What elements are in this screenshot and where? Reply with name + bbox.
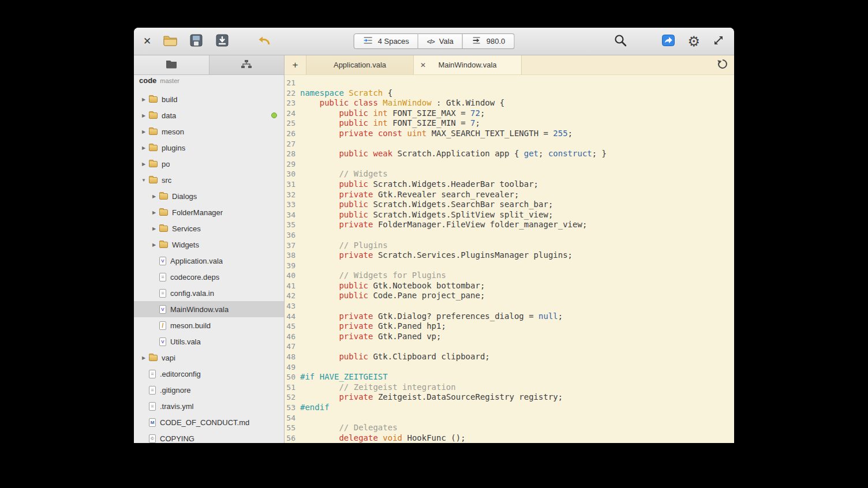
tree-item-label: Dialogs — [172, 192, 197, 201]
tree-item-label: build — [162, 95, 177, 104]
line-number: 21 — [285, 78, 300, 88]
tree-item-vapi[interactable]: ▶vapi — [134, 350, 284, 366]
expand-arrow[interactable]: ▶ — [140, 355, 148, 361]
tree-item-.travis.yml[interactable]: ≡.travis.yml — [134, 398, 284, 414]
code-text: public int FONT_SIZE_MAX = 72; — [300, 108, 485, 119]
close-button[interactable]: ✕ — [143, 36, 151, 46]
code-line: 38 private Scratch.Services.PluginsManag… — [285, 250, 734, 261]
line-number: 39 — [285, 261, 300, 271]
line-number: 55 — [285, 423, 300, 433]
code-line: 31 public Scratch.Widgets.HeaderBar tool… — [285, 179, 734, 190]
tree-item-FolderManager[interactable]: ▶FolderManager — [134, 204, 284, 220]
sidebar-tab-outline[interactable] — [209, 55, 285, 74]
tab-label: Application.vala — [334, 61, 386, 69]
expand-arrow[interactable]: ▶ — [140, 113, 148, 118]
code-text: private Scratch.Services.PluginsManager … — [300, 250, 573, 261]
tree-item-CODE_OF_CONDUCT.md[interactable]: MCODE_OF_CONDUCT.md — [134, 414, 284, 430]
folder-icon — [159, 226, 168, 232]
tree-item-Dialogs[interactable]: ▶Dialogs — [134, 188, 284, 204]
tree-item-plugins[interactable]: ▶plugins — [134, 140, 284, 156]
expand-arrow[interactable]: ▶ — [140, 162, 148, 167]
tree-item-meson[interactable]: ▶meson — [134, 123, 284, 140]
tree-item-label: FolderManager — [172, 208, 223, 217]
code-text: private Gtk.Paned vp; — [300, 332, 441, 342]
expand-arrow[interactable]: ▶ — [150, 210, 158, 215]
line-number: 32 — [285, 190, 300, 200]
tree-item-Application.vala[interactable]: VApplication.vala — [134, 253, 284, 269]
open-folder-button[interactable] — [163, 35, 177, 48]
expand-icon — [712, 34, 725, 49]
tree-item-Services[interactable]: ▶Services — [134, 220, 284, 237]
fullscreen-button[interactable] — [712, 34, 725, 49]
tree-item-data[interactable]: ▶data — [134, 107, 284, 123]
tree-item-label: src — [162, 176, 171, 185]
code-text: public Scratch.Widgets.HeaderBar toolbar… — [300, 179, 538, 190]
tree-item-MainWindow.vala[interactable]: VMainWindow.vala — [134, 301, 284, 317]
tree-item-src[interactable]: ▼src — [134, 172, 284, 188]
tab-label: MainWindow.vala — [438, 61, 496, 69]
toolbar-center: 4 Spaces </> Vala 980.0 — [354, 33, 515, 49]
tab-close-icon[interactable]: ✕ — [420, 61, 426, 69]
expand-arrow[interactable]: ▶ — [150, 242, 158, 247]
line-number: 31 — [285, 179, 300, 190]
language-button[interactable]: </> Vala — [418, 33, 463, 49]
indent-width-button[interactable]: 4 Spaces — [354, 33, 418, 49]
folder-icon — [159, 193, 168, 200]
code-text: public int FONT_SIZE_MIN = 7; — [300, 118, 480, 129]
folder-icon — [159, 209, 168, 216]
expand-arrow[interactable]: ▶ — [150, 194, 158, 199]
history-button[interactable] — [717, 58, 728, 72]
line-number: 30 — [285, 169, 300, 179]
text-file-icon: ≡ — [149, 370, 156, 378]
expand-arrow[interactable]: ▶ — [140, 97, 148, 102]
text-file-icon: ≡ — [149, 402, 156, 411]
collapse-arrow[interactable]: ▼ — [140, 178, 148, 183]
tree-item-meson.build[interactable]: /meson.build — [134, 317, 284, 333]
line-number: 27 — [285, 139, 300, 149]
tree-item-Utils.vala[interactable]: VUtils.vala — [134, 333, 284, 350]
line-number: 45 — [285, 321, 300, 332]
code-line: 35 private FolderManager.FileView folder… — [285, 220, 734, 230]
outline-tab-icon — [241, 59, 252, 71]
markdown-file-icon: M — [149, 418, 156, 427]
code-text: private Gtk.Paned hp1; — [300, 321, 446, 332]
goto-line-icon — [472, 36, 482, 46]
save-as-button[interactable] — [189, 33, 203, 50]
expand-arrow[interactable]: ▶ — [140, 129, 148, 134]
search-button[interactable] — [613, 33, 627, 50]
toolbar-left: ✕ — [143, 33, 271, 50]
folder-tab-icon — [166, 59, 177, 71]
code-line: 44 private Gtk.Dialog? preferences_dialo… — [285, 311, 734, 322]
settings-button[interactable]: ⚙ — [687, 35, 700, 48]
expand-arrow[interactable]: ▶ — [140, 145, 148, 151]
revert-button[interactable] — [257, 34, 271, 49]
tab-Application.vala[interactable]: Application.vala — [306, 55, 414, 74]
code-line: 26 private const uint MAX_SEARCH_TEXT_LE… — [285, 129, 734, 139]
download-button[interactable] — [215, 33, 229, 50]
tree-item-.gitignore[interactable]: ≡.gitignore — [134, 382, 284, 398]
new-tab-button[interactable]: + — [285, 55, 306, 74]
share-button[interactable] — [661, 33, 675, 50]
share-icon — [661, 33, 675, 50]
open-folder-icon — [163, 35, 177, 48]
tree-item-config.vala.in[interactable]: ≡config.vala.in — [134, 285, 284, 301]
code-line: 47 — [285, 341, 734, 352]
sidebar-tab-files[interactable] — [134, 55, 209, 74]
code-area[interactable]: 2122namespace Scratch {23 public class M… — [285, 75, 734, 443]
tree-item-codecore.deps[interactable]: ≡codecore.deps — [134, 269, 284, 285]
code-text: private Zeitgeist.DataSourceRegistry reg… — [300, 392, 563, 403]
tree-item-po[interactable]: ▶po — [134, 156, 284, 172]
tree-item-label: meson.build — [170, 321, 211, 330]
tree-item-.editorconfig[interactable]: ≡.editorconfig — [134, 366, 284, 382]
tree-item-label: Application.vala — [170, 257, 223, 265]
tab-MainWindow.vala[interactable]: ✕MainWindow.vala — [414, 55, 522, 74]
goto-line-button[interactable]: 980.0 — [463, 33, 515, 49]
code-line: 29 — [285, 159, 734, 170]
tree-item-Widgets[interactable]: ▶Widgets — [134, 237, 284, 253]
code-text: delegate void HookFunc (); — [300, 433, 466, 443]
project-header[interactable]: code master — [134, 76, 284, 91]
tree-item-build[interactable]: ▶build — [134, 91, 284, 107]
search-icon — [613, 33, 627, 50]
tree-item-COPYING[interactable]: ©COPYING — [134, 430, 284, 443]
expand-arrow[interactable]: ▶ — [150, 226, 158, 231]
